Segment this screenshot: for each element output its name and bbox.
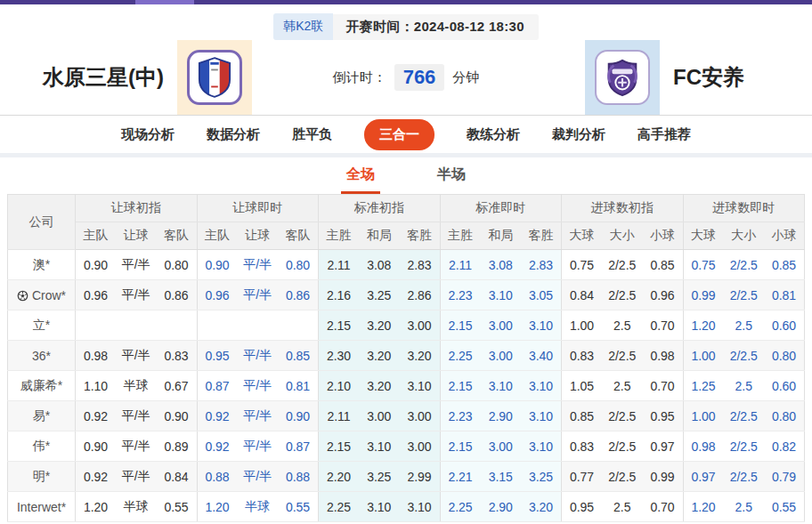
odds-cell-standard-live-1: 3.15 (481, 462, 522, 492)
odds-cell-standard-live-2: 3.40 (521, 341, 562, 371)
tab-coach-analysis[interactable]: 教练分析 (467, 126, 520, 143)
odds-cell-handicap-live-0: 0.90 (197, 250, 238, 280)
group-header-goals-live: 进球数即时 (683, 195, 805, 222)
odds-cell-handicap-live-1: 平/半 (238, 371, 279, 401)
col-header-handicap-live-1: 让球 (238, 222, 279, 250)
col-header-handicap-initial-0: 主队 (76, 222, 117, 250)
company-name-label: 立* (33, 318, 50, 332)
odds-cell-goals-initial-2: 0.99 (643, 462, 684, 492)
col-header-goals-initial-0: 大球 (562, 222, 603, 250)
odds-row-立: 立*2.153.203.002.153.003.101.002.50.701.2… (8, 310, 805, 341)
start-time: 开赛时间：2024-08-12 18:30 (333, 14, 539, 40)
tab-win-draw-loss[interactable]: 胜平负 (292, 126, 332, 143)
tab-live-analysis[interactable]: 现场分析 (121, 126, 175, 143)
odds-cell-handicap-initial-0 (76, 310, 117, 341)
group-header-standard-initial: 标准初指 (319, 195, 441, 222)
odds-cell-standard-live-1: 3.00 (481, 310, 522, 341)
odds-cell-standard-initial-2: 2.86 (400, 280, 441, 310)
odds-cell-standard-live-2: 3.20 (521, 492, 562, 522)
col-header-standard-live-1: 和局 (481, 222, 522, 250)
col-header-handicap-live-0: 主队 (197, 222, 238, 250)
odds-cell-handicap-live-1: 平/半 (238, 401, 279, 431)
period-subtabs: 全场半场 (0, 157, 812, 194)
odds-cell-handicap-live-1: 平/半 (238, 341, 279, 371)
odds-cell-standard-initial-0: 2.30 (319, 341, 360, 371)
odds-cell-handicap-initial-1: 平/半 (116, 401, 157, 431)
company-name[interactable]: 立* (8, 310, 76, 341)
odds-cell-goals-live-2: 0.55 (764, 492, 805, 522)
odds-cell-handicap-live-0: 0.92 (197, 431, 238, 462)
league-badge: 韩K2联 (273, 13, 333, 40)
col-header-goals-initial-2: 小球 (643, 222, 684, 250)
odds-cell-goals-live-1: 2/2.5 (724, 280, 765, 310)
tab-referee-analysis[interactable]: 裁判分析 (552, 126, 605, 143)
odds-cell-handicap-live-2: 0.88 (278, 462, 319, 492)
odds-cell-goals-initial-2: 0.70 (643, 492, 684, 522)
company-name-label: 36* (32, 349, 51, 363)
company-name[interactable]: 明* (8, 462, 76, 492)
odds-cell-goals-initial-0: 0.95 (562, 492, 603, 522)
odds-cell-handicap-initial-1: 平/半 (116, 341, 157, 371)
odds-cell-standard-live-0: 2.15 (440, 371, 481, 401)
company-name-label: 伟* (33, 439, 50, 453)
scroll-thumb[interactable] (135, 0, 194, 4)
company-name[interactable]: Interwet* (8, 492, 76, 522)
odds-cell-goals-initial-1: 2/2.5 (602, 341, 643, 371)
odds-cell-standard-live-0: 2.15 (440, 310, 481, 341)
odds-cell-goals-initial-2: 0.96 (643, 280, 684, 310)
odds-cell-standard-live-0: 2.23 (440, 401, 481, 431)
odds-cell-handicap-live-0: 0.88 (197, 462, 238, 492)
odds-cell-handicap-initial-2: 0.80 (157, 250, 198, 280)
odds-cell-goals-initial-1: 2/2.5 (602, 280, 643, 310)
odds-cell-handicap-live-2: 0.55 (278, 492, 319, 522)
match-header: 水原三星(中) 倒计时： 766 分 (0, 40, 812, 115)
company-name[interactable]: 澳* (8, 250, 76, 280)
tab-data-analysis[interactable]: 数据分析 (207, 126, 260, 143)
odds-cell-goals-initial-0: 0.75 (562, 250, 603, 280)
odds-cell-standard-initial-0: 2.11 (319, 250, 360, 280)
col-header-standard-initial-0: 主胜 (319, 222, 360, 250)
odds-cell-standard-live-1: 3.08 (481, 250, 522, 280)
odds-cell-goals-live-2: 0.82 (764, 431, 805, 462)
odds-cell-standard-initial-0: 2.25 (319, 492, 360, 522)
odds-cell-standard-live-1: 2.90 (481, 492, 522, 522)
odds-cell-handicap-initial-2: 0.84 (157, 462, 198, 492)
subtab-full-match[interactable]: 全场 (341, 165, 380, 194)
odds-cell-handicap-live-0: 1.20 (197, 492, 238, 522)
odds-cell-goals-initial-1: 2/2.5 (602, 431, 643, 462)
company-name[interactable]: Crow* (8, 280, 76, 310)
company-name-label: Crow* (32, 288, 66, 302)
odds-cell-standard-live-1: 3.10 (481, 371, 522, 401)
company-name-label: 威廉希* (20, 378, 62, 392)
odds-cell-goals-live-2: 0.80 (764, 341, 805, 371)
col-header-standard-live-0: 主胜 (440, 222, 481, 250)
odds-cell-handicap-initial-1: 平/半 (116, 280, 157, 310)
odds-cell-standard-initial-1: 3.10 (359, 492, 400, 522)
odds-cell-handicap-live-2 (278, 310, 319, 341)
odds-cell-standard-initial-0: 2.15 (319, 431, 360, 462)
odds-cell-goals-live-2: 0.80 (764, 401, 805, 431)
odds-cell-standard-initial-2: 3.10 (400, 371, 441, 401)
odds-cell-standard-initial-1: 3.10 (359, 431, 400, 462)
odds-table: 公司让球初指让球即时标准初指标准即时进球数初指进球数即时主队让球客队主队让球客队… (7, 194, 805, 522)
odds-cell-goals-initial-1: 2.5 (602, 310, 643, 341)
odds-cell-standard-initial-0: 2.16 (319, 280, 360, 310)
company-name[interactable]: 伟* (8, 431, 76, 462)
tab-expert-picks[interactable]: 高手推荐 (637, 126, 691, 143)
odds-cell-goals-initial-0: 0.83 (562, 341, 603, 371)
group-header-handicap-initial: 让球初指 (76, 195, 198, 222)
col-header-standard-initial-1: 和局 (359, 222, 400, 250)
subtab-half-match[interactable]: 半场 (432, 165, 471, 194)
odds-cell-standard-initial-1: 3.20 (359, 341, 400, 371)
company-name[interactable]: 易* (8, 401, 76, 431)
odds-cell-goals-initial-0: 1.00 (562, 310, 603, 341)
odds-cell-standard-initial-1: 3.08 (359, 250, 400, 280)
odds-cell-handicap-live-2: 0.87 (278, 431, 319, 462)
odds-cell-handicap-live-1 (238, 310, 279, 341)
tab-three-in-one[interactable]: 三合一 (364, 119, 434, 150)
odds-cell-handicap-initial-1: 平/半 (116, 431, 157, 462)
company-name[interactable]: 36* (8, 341, 76, 371)
odds-cell-goals-live-2: 0.79 (764, 462, 805, 492)
company-name[interactable]: 威廉希* (8, 371, 76, 401)
odds-cell-handicap-live-1: 平/半 (238, 250, 279, 280)
